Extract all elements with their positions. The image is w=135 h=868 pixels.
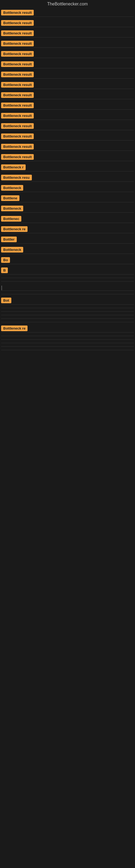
list-item: Bottleneck result: [0, 60, 135, 70]
list-item: [0, 334, 135, 338]
list-item: [0, 320, 135, 324]
bottleneck-result-badge[interactable]: Bottleneck result: [1, 133, 34, 139]
bottleneck-result-badge[interactable]: Bo: [1, 257, 10, 263]
list-item: [0, 292, 135, 296]
bottleneck-result-badge[interactable]: Bottleneck re: [1, 226, 28, 232]
bottleneck-result-badge[interactable]: Bottlene: [1, 195, 19, 201]
bottleneck-result-badge[interactable]: Bottleneck result: [1, 144, 34, 150]
bottleneck-result-badge[interactable]: Bottlenec: [1, 216, 21, 222]
bottleneck-result-badge[interactable]: Bottleneck result: [1, 82, 34, 88]
list-item: [0, 310, 135, 313]
list-item: Bottleneck result: [0, 70, 135, 80]
list-item: [0, 306, 135, 310]
bottleneck-result-badge[interactable]: Bottleneck result: [1, 154, 34, 160]
bottleneck-result-badge[interactable]: Bottleneck result: [1, 92, 34, 98]
list-item: Bottleneck re: [0, 225, 135, 235]
list-item: Bottleneck result: [0, 50, 135, 60]
list-item: [0, 345, 135, 348]
bottleneck-result-badge[interactable]: Bottleneck result: [1, 41, 34, 46]
bottleneck-result-badge[interactable]: Bottleneck result: [1, 51, 34, 57]
list-item: B: [0, 266, 135, 276]
bottleneck-result-badge[interactable]: Bot: [1, 298, 11, 303]
list-item: Bottleneck result: [0, 101, 135, 111]
bottleneck-result-badge[interactable]: Bottleneck result: [1, 123, 34, 129]
bottleneck-result-badge[interactable]: B: [1, 268, 8, 273]
list-item: Bottlene: [0, 194, 135, 204]
list-item: Bottleneck: [0, 183, 135, 194]
list-item: Bottleneck resu: [0, 173, 135, 183]
list-item: Bottleneck result: [0, 152, 135, 163]
bottleneck-result-badge[interactable]: Bottleneck result: [1, 30, 34, 36]
results-list: Bottleneck resultBottleneck resultBottle…: [0, 8, 135, 352]
list-item: Bottleneck result: [0, 132, 135, 142]
site-title: TheBottlenecker.com: [0, 0, 135, 8]
list-item: [0, 317, 135, 320]
bottleneck-result-badge[interactable]: Bottleneck resu: [1, 175, 32, 180]
bottleneck-result-badge[interactable]: Bottleneck r: [1, 164, 26, 170]
list-item: Bottleneck result: [0, 29, 135, 39]
list-item: [0, 341, 135, 345]
bottleneck-result-badge[interactable]: Bottleneck result: [1, 10, 34, 16]
list-item: Bottleneck result: [0, 122, 135, 132]
list-item: Bottlenec: [0, 214, 135, 225]
list-item: Bottleneck result: [0, 142, 135, 152]
list-item: Bottler: [0, 235, 135, 245]
list-item: [0, 348, 135, 352]
bottleneck-result-badge[interactable]: Bottleneck re: [1, 326, 28, 331]
list-item: Bottleneck result: [0, 91, 135, 101]
list-item: [0, 276, 135, 280]
bottleneck-result-badge[interactable]: Bottleneck result: [1, 113, 34, 119]
list-item: Bottleneck result: [0, 19, 135, 29]
list-item: |: [0, 283, 135, 292]
list-item: Bottleneck result: [0, 111, 135, 122]
list-item: [0, 338, 135, 341]
bottleneck-result-badge[interactable]: Bottleneck result: [1, 72, 34, 77]
bottleneck-result-badge[interactable]: Bottleneck: [1, 247, 23, 252]
bottleneck-result-badge[interactable]: Bottleneck result: [1, 20, 34, 26]
list-item: Bottleneck result: [0, 8, 135, 19]
list-item: Bottleneck: [0, 245, 135, 255]
bottleneck-result-badge[interactable]: Bottleneck: [1, 185, 23, 191]
pipe-marker: |: [1, 285, 2, 290]
list-item: Bottleneck re: [0, 324, 135, 334]
list-item: Bo: [0, 255, 135, 266]
list-item: Bottleneck: [0, 204, 135, 214]
list-item: Bottleneck result: [0, 39, 135, 50]
list-item: Bottleneck r: [0, 163, 135, 173]
bottleneck-result-badge[interactable]: Bottleneck: [1, 206, 23, 211]
bottleneck-result-badge[interactable]: Bottler: [1, 237, 17, 242]
bottleneck-result-badge[interactable]: Bottleneck result: [1, 61, 34, 67]
list-item: Bot: [0, 296, 135, 306]
site-title-bar: TheBottlenecker.com: [0, 0, 135, 8]
bottleneck-result-badge[interactable]: Bottleneck result: [1, 102, 34, 108]
list-item: [0, 313, 135, 317]
list-item: [0, 280, 135, 283]
list-item: Bottleneck result: [0, 80, 135, 91]
